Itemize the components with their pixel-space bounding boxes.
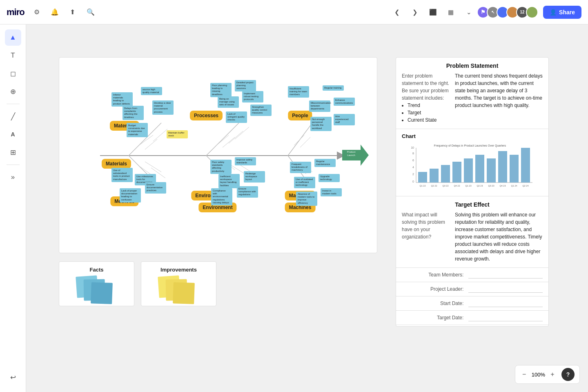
problem-bullets: Trend Target Current State	[402, 102, 452, 124]
svg-line-13	[229, 131, 243, 143]
sticky-10: Lack of stringent quality checks	[226, 111, 247, 123]
chart-section: Chart Frequency of Delays in Product Lau…	[396, 129, 548, 196]
sticky-1: Inferior materials leading to product de…	[111, 92, 133, 107]
settings-icon[interactable]: ⚙	[31, 7, 42, 18]
svg-text:Q3 23: Q3 23	[488, 185, 494, 187]
target-date-value[interactable]	[468, 314, 543, 321]
processes-label: Processes	[190, 111, 223, 120]
sticky-17: Hire experienced staff	[334, 114, 355, 125]
project-leader-value[interactable]	[468, 285, 543, 293]
svg-text:Q1 22: Q1 22	[420, 185, 426, 187]
avatar-3	[526, 6, 538, 18]
svg-line-9	[145, 139, 157, 149]
undo-tool[interactable]: ↩	[5, 369, 21, 385]
back-nav-icon[interactable]: ❮	[390, 5, 404, 20]
upload-icon[interactable]: ⬆	[67, 7, 78, 18]
presentation-icon[interactable]: ⬛	[425, 5, 440, 20]
svg-text:Q4 23: Q4 23	[500, 185, 506, 187]
svg-text:Q2 22: Q2 22	[431, 185, 437, 187]
team-members-value[interactable]	[468, 271, 543, 278]
share-button[interactable]: 👤 Share	[543, 6, 581, 19]
sticky-29: Regular maintenance	[314, 159, 336, 167]
svg-line-3	[206, 123, 239, 156]
problem-statement-title: Problem Statement	[402, 62, 543, 69]
svg-text:Q1 23: Q1 23	[466, 185, 472, 187]
materials-label: Materials	[102, 159, 131, 169]
notifications-icon[interactable]: 🔔	[49, 7, 60, 18]
start-date-row: Start Date:	[396, 296, 548, 311]
improvements-title: Improvements	[146, 267, 211, 273]
svg-rect-55	[464, 158, 473, 183]
svg-rect-53	[452, 162, 461, 183]
sticky-14: Miscommunication between departments	[309, 100, 330, 112]
help-button[interactable]: ?	[561, 368, 575, 381]
problem-text: The current trend shows frequent delays …	[455, 72, 543, 124]
team-members-label: Team Members:	[402, 272, 468, 278]
sticky-20: Lack of proper documentation leading to …	[120, 188, 141, 203]
sticky-8: Being on manage using sets of issues	[218, 96, 239, 108]
fishbone-diagram: Materials Processes People Methods Envir…	[59, 57, 377, 253]
topbar-left: miro ⚙ 🔔 ⬆ 🔍	[7, 7, 96, 18]
select-tool[interactable]: ▲	[5, 29, 21, 46]
sticky-note-tool[interactable]: ◻	[5, 65, 21, 82]
share-label: Share	[559, 9, 575, 16]
shape-tool[interactable]: ⊕	[5, 83, 21, 100]
frame-tool[interactable]: ⊞	[5, 144, 21, 160]
bottom-section: Facts Improvements	[59, 261, 313, 306]
sticky-maintain: Maintain buffer stock	[167, 130, 188, 138]
pen-tool[interactable]: ╱	[5, 108, 21, 125]
letter-tool[interactable]: A	[5, 126, 21, 143]
sticky-9: Implement robust testing protocols	[242, 91, 263, 102]
svg-text:Q1 24: Q1 24	[511, 185, 517, 187]
svg-rect-51	[441, 165, 450, 183]
sticky-24: Inefficient workspace layout handling fa…	[218, 174, 240, 188]
svg-text:10: 10	[411, 146, 414, 149]
svg-line-16	[300, 137, 310, 147]
zoom-out-button[interactable]: −	[520, 371, 528, 378]
problem-statement-section: Problem Statement Enter problem statemen…	[396, 58, 548, 129]
bullet-trend: Trend	[408, 102, 452, 109]
sticky-25: Redesign workspace layout	[244, 171, 265, 183]
svg-rect-49	[430, 169, 439, 183]
sticky-31: Upgrade technology	[318, 174, 340, 182]
sticky-32: Absence of modern tools to improve effic…	[296, 192, 317, 206]
miro-logo: miro	[7, 7, 24, 18]
svg-rect-65	[521, 148, 530, 183]
svg-line-18	[145, 162, 161, 172]
fishbone-container: Materials Processes People Methods Envir…	[59, 58, 377, 253]
topbar-right: ❮ ❯ ⬛ ▦ ⌄ ⚑ ↖ 12 👤 Share	[390, 5, 581, 20]
search-icon[interactable]: 🔍	[85, 7, 96, 18]
sticky-33: Invest in modern tools	[321, 188, 342, 196]
svg-marker-26	[342, 145, 369, 166]
target-date-label: Target Date:	[402, 315, 468, 321]
sticky-22: Poor safety standards affecting producti…	[210, 160, 232, 174]
text-tool[interactable]: T	[5, 47, 21, 64]
target-effect-title: Target Effect	[402, 201, 543, 208]
canvas-content: Materials Processes People Methods Envir…	[59, 57, 549, 376]
svg-text:Q4 22: Q4 22	[454, 185, 460, 187]
canvas-area[interactable]: Materials Processes People Methods Envir…	[26, 24, 588, 392]
sticky-2: source high quality material	[141, 87, 162, 95]
svg-text:2: 2	[412, 173, 414, 176]
start-date-label: Start Date:	[402, 301, 468, 306]
svg-line-14	[235, 127, 249, 139]
start-date-value[interactable]	[468, 300, 543, 307]
facts-stickies	[64, 276, 129, 304]
more-tools[interactable]: »	[5, 169, 21, 185]
sticky-30: Use of outdated or inefficient technolog…	[294, 177, 315, 188]
grid-icon[interactable]: ▦	[443, 5, 458, 20]
sticky-15: Enhance communications	[334, 98, 355, 106]
sticky-26: Compliance with environmental regulation…	[211, 188, 232, 205]
problem-prompt: Enter problem statement to the right. Be…	[402, 72, 455, 124]
target-effect-content: What impact will solving this problem ha…	[402, 211, 543, 263]
more-nav-icon[interactable]: ⌄	[461, 5, 476, 20]
right-panel: Problem Statement Enter problem statemen…	[396, 57, 549, 327]
target-effect-question: What impact will solving this problem ha…	[402, 211, 455, 263]
sidebar-divider-2	[7, 165, 20, 165]
project-leader-label: Project Leader:	[402, 286, 468, 292]
forward-nav-icon[interactable]: ❯	[408, 5, 422, 20]
zoom-in-button[interactable]: +	[548, 371, 557, 378]
facts-box: Facts	[59, 261, 134, 306]
people-label: People	[288, 111, 312, 120]
sticky-16: Not enough personnel handle the workload	[310, 117, 332, 131]
